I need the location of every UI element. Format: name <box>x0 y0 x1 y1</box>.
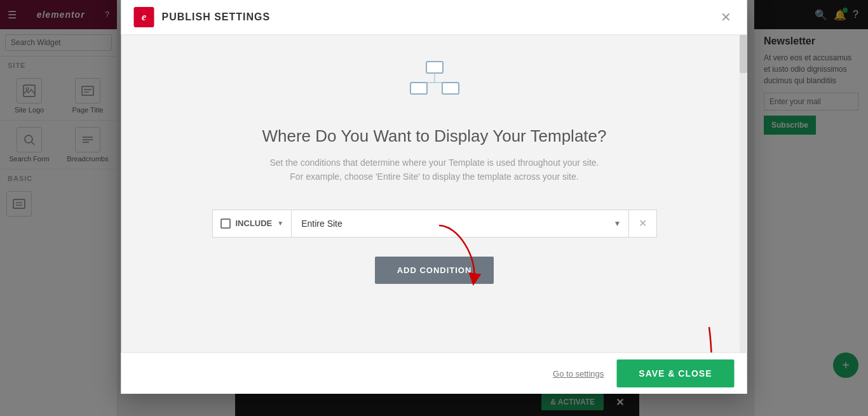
condition-value-wrapper: Entire Site Front Page Posts Pages Archi… <box>292 210 628 238</box>
elementor-e-icon: e <box>142 11 146 23</box>
modal-close-button[interactable]: ✕ <box>717 6 735 28</box>
modal-header: e PUBLISH SETTINGS ✕ <box>121 0 747 35</box>
go-to-settings-link[interactable]: Go to settings <box>553 369 604 379</box>
modal-scrollbar-thumb[interactable] <box>740 35 747 73</box>
svg-rect-16 <box>410 83 426 94</box>
modal-body: Where Do You Want to Display Your Templa… <box>121 35 747 352</box>
condition-remove-button[interactable]: ✕ <box>628 210 656 238</box>
modal-heading: Where Do You Want to Display Your Templa… <box>262 126 606 146</box>
modal-scrollbar[interactable] <box>740 35 747 352</box>
arrow-2 <box>665 321 728 352</box>
condition-type-label: INCLUDE <box>235 218 272 228</box>
condition-type-dropdown[interactable]: INCLUDE ▼ <box>212 210 292 238</box>
modal-title: PUBLISH SETTINGS <box>162 11 717 23</box>
svg-rect-17 <box>442 83 458 94</box>
condition-value-select[interactable]: Entire Site Front Page Posts Pages Archi… <box>292 210 628 238</box>
svg-rect-20 <box>222 220 228 227</box>
include-checkbox-icon <box>220 218 230 229</box>
modal-header-icon: e <box>134 7 154 27</box>
condition-row: INCLUDE ▼ Entire Site Front Page Posts P… <box>212 210 656 238</box>
svg-rect-13 <box>426 62 442 73</box>
publish-settings-modal: e PUBLISH SETTINGS ✕ <box>121 0 747 394</box>
modal-footer: Go to settings SAVE & CLOSE <box>121 352 747 394</box>
network-icon <box>409 60 459 107</box>
condition-type-chevron: ▼ <box>277 220 283 227</box>
save-close-button[interactable]: SAVE & CLOSE <box>616 359 734 387</box>
add-condition-button[interactable]: ADD CONDITION <box>374 257 494 284</box>
modal-description: Set the conditions that determine where … <box>269 156 599 184</box>
